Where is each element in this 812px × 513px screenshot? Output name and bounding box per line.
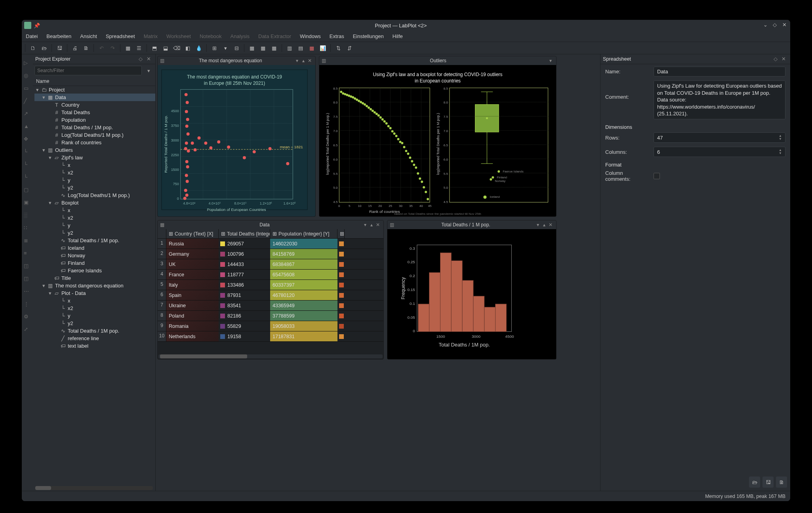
plotA-icon[interactable]: ▥ [284,43,295,53]
drop-icon[interactable]: 💧 [194,43,204,53]
explorer-filter-icon[interactable]: ▾ [143,66,154,75]
tree-item[interactable]: └y [34,312,155,320]
tree-item[interactable]: 🏷Faeroe Islands [34,267,155,274]
explorer-search-input[interactable] [34,66,142,75]
subwin-max-icon[interactable]: ▴ [541,222,547,228]
subwin-close-icon[interactable]: ✕ [375,222,381,228]
rect-icon[interactable]: ▭ [24,85,31,92]
save-default-icon[interactable]: 🗎 [776,477,787,488]
props-undock-icon[interactable]: ◇ [774,56,780,62]
grid-view-icon[interactable]: ▦ [123,43,133,53]
chart-arrow-icon[interactable]: ↗ [24,111,31,118]
menu-hilfe[interactable]: Hilfe [391,33,404,40]
menu-extras[interactable]: Extras [328,33,346,40]
insert-above-icon[interactable]: ⬒ [149,43,160,53]
tree-item[interactable]: └y2 [34,229,155,237]
pointer-icon[interactable]: ▷ [24,60,31,67]
plotB-icon[interactable]: ▤ [295,43,306,53]
menu-einstellungen[interactable]: Einstellungen [351,33,385,40]
tree-item[interactable]: ∿Total Deaths / 1M pop. [34,237,155,244]
minimize-button[interactable]: ⌄ [762,22,769,29]
subwin-max-icon[interactable]: ▴ [300,58,307,63]
data-hscroll[interactable] [158,354,383,358]
tree-item[interactable]: ╱reference line [34,335,155,342]
tree-item[interactable]: 🏷Finland [34,259,155,267]
explorer-hscroll[interactable] [35,486,153,490]
menu-datei[interactable]: Datei [24,33,39,40]
tree-item[interactable]: └y [34,222,155,229]
tree-item[interactable]: └x [34,207,155,214]
print-preview-icon[interactable]: 🗎 [81,43,91,53]
props-close-icon[interactable]: ✕ [782,56,788,62]
tree-item[interactable]: #Total Deaths [34,109,155,116]
vruler-icon[interactable]: └ [24,161,31,168]
table-row[interactable]: 10Netherlands1915817187831 [158,331,383,342]
tree-item[interactable]: └y [34,176,155,184]
menu-matrix[interactable]: Matrix [142,33,159,40]
barchart-icon[interactable]: 📊 [318,43,328,53]
tree-item[interactable]: ∿Log(Total Deaths/1 M pop.) [34,191,155,199]
cursor-icon[interactable]: ✥ [24,136,31,143]
subwin-max-icon[interactable]: ▴ [368,222,375,228]
subwin-min-icon[interactable]: ▾ [535,222,541,228]
menu-worksheet[interactable]: Worksheet [165,33,193,40]
tree-item[interactable]: └x2 [34,169,155,176]
misc6-icon[interactable]: ⤢ [24,326,31,333]
pin-icon[interactable]: 📌 [34,23,40,29]
add-col-icon[interactable]: ⊞ [209,43,219,53]
fit-icon[interactable]: ◎ [24,73,31,80]
table-row[interactable]: 1Russia269057146022030 [158,239,383,249]
tree-item[interactable]: ∿Total Deaths / 1M pop. [34,327,155,335]
menu-notebook[interactable]: Notebook [198,33,223,40]
explorer-close-icon[interactable]: ✕ [147,56,153,62]
rows-input[interactable]: 47▲▼ [654,132,785,143]
sheet-1-icon[interactable]: ▦ [247,43,257,53]
tree-item[interactable]: └x [34,161,155,169]
print-icon[interactable]: 🖨 [70,43,80,53]
tree-item[interactable]: ▾▱Plot - Data [34,289,155,297]
table-row[interactable]: 9Romania5582919058033 [158,321,383,331]
redo-icon[interactable]: ↷ [107,43,118,53]
tree-item[interactable]: ▾▥Outliers [34,146,155,154]
data-table[interactable]: ⊞Country {Text} [X] ⊞Total Deaths {Integ… [158,229,383,359]
box2-icon[interactable]: ▣ [24,199,31,207]
menu-analysis[interactable]: Analysis [229,33,251,40]
tree-item[interactable]: ▾▱Zipf's law [34,154,155,161]
menu-bearbeiten[interactable]: Bearbeiten [45,33,73,40]
table-row[interactable]: 2Germany10079684158769 [158,249,383,259]
chart-line-icon[interactable]: ╱ [24,98,31,105]
tree-item[interactable]: #Population [34,116,155,124]
delete-row-icon[interactable]: ⌫ [172,43,182,53]
grid-icon[interactable]: ░ [24,212,31,219]
tree-item[interactable]: ▾▱Boxplot [34,199,155,207]
tree-item[interactable]: └x2 [34,214,155,222]
tree-item[interactable]: └x [34,297,155,304]
cols-input[interactable]: 6▲▼ [654,147,785,157]
sort-desc-icon[interactable]: ⇵ [344,43,355,53]
misc2-icon[interactable]: ◫ [24,276,31,283]
stack-icon[interactable]: ≡ [24,250,31,257]
load-template-icon[interactable]: 🗁 [749,477,760,488]
table-row[interactable]: 7Ukraine8354143365949 [158,301,383,311]
open-icon[interactable]: 🗁 [39,43,49,53]
explorer-tree[interactable]: ▾🗀Project▾▦DataTCountry#Total Deaths#Pop… [33,86,155,485]
layers-icon[interactable]: ≣ [24,237,31,245]
sort-asc-icon[interactable]: ⇅ [333,43,343,53]
insert-below-icon[interactable]: ⬓ [160,43,171,53]
chart-area-icon[interactable]: ▲ [24,123,31,130]
tree-item[interactable]: #Rank of countries [34,139,155,146]
menu-ansicht[interactable]: Ansicht [78,33,99,40]
menu-data-extractor[interactable]: Data Extractor [257,33,293,40]
tree-item[interactable]: 🏷Norway [34,252,155,259]
misc5-icon[interactable]: ⚙ [24,314,31,321]
remove-col-icon[interactable]: ⊟ [231,43,242,53]
plotC-icon[interactable]: ▦ [307,43,317,53]
sheet-3-icon[interactable]: ▦ [269,43,279,53]
caret-down-icon[interactable]: ▾ [220,43,231,53]
colcomments-checkbox[interactable] [654,173,660,179]
tree-item[interactable]: └y2 [34,184,155,191]
misc3-icon[interactable]: ⋯ [24,288,31,295]
menu-windows[interactable]: Windows [298,33,322,40]
misc4-icon[interactable]: ⋮ [24,301,31,308]
tree-item[interactable]: 🏷Title [34,274,155,282]
